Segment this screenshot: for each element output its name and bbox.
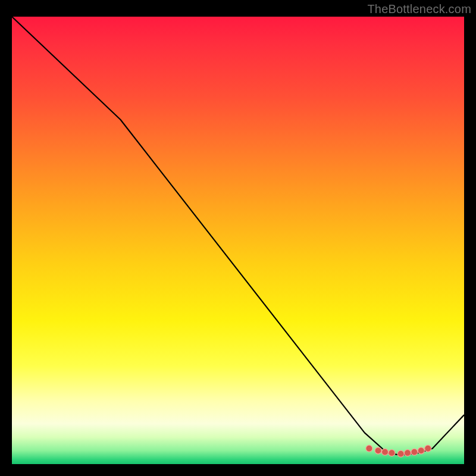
- bottleneck-curve: [12, 17, 464, 455]
- curve-marker: [382, 449, 389, 455]
- curve-marker: [375, 447, 381, 454]
- chart-overlay: [12, 17, 464, 464]
- curve-marker: [425, 445, 431, 452]
- curve-marker: [411, 449, 418, 455]
- curve-marker: [397, 450, 404, 457]
- curve-marker: [389, 450, 395, 456]
- curve-marker: [366, 445, 372, 452]
- curve-marker: [405, 450, 411, 456]
- plot-area: [12, 17, 464, 464]
- curve-markers: [366, 445, 431, 457]
- watermark-text: TheBottleneck.com: [367, 2, 471, 16]
- chart-canvas: TheBottleneck.com: [0, 0, 476, 476]
- curve-marker: [418, 447, 424, 454]
